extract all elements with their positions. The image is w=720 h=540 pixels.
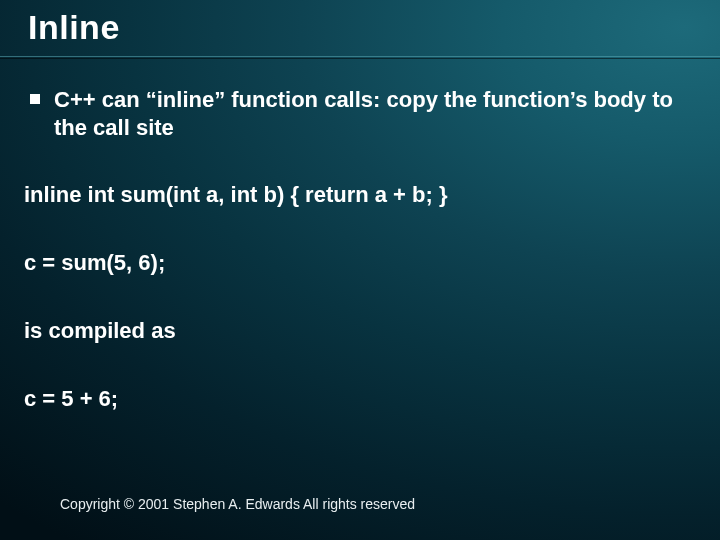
bullet-item: C++ can “inline” function calls: copy th… bbox=[24, 86, 696, 142]
slide-body: C++ can “inline” function calls: copy th… bbox=[24, 86, 696, 454]
compiled-as-label: is compiled as bbox=[24, 318, 696, 344]
code-line-2: c = sum(5, 6); bbox=[24, 250, 696, 276]
title-rule-shadow bbox=[0, 58, 720, 59]
bullet-icon bbox=[30, 94, 40, 104]
title-rule bbox=[0, 56, 720, 57]
bullet-text: C++ can “inline” function calls: copy th… bbox=[54, 86, 696, 142]
copyright-text: Copyright © 2001 Stephen A. Edwards All … bbox=[60, 496, 415, 512]
code-line-1: inline int sum(int a, int b) { return a … bbox=[24, 182, 696, 208]
slide: Inline C++ can “inline” function calls: … bbox=[0, 0, 720, 540]
slide-title: Inline bbox=[28, 8, 120, 47]
code-line-3: c = 5 + 6; bbox=[24, 386, 696, 412]
